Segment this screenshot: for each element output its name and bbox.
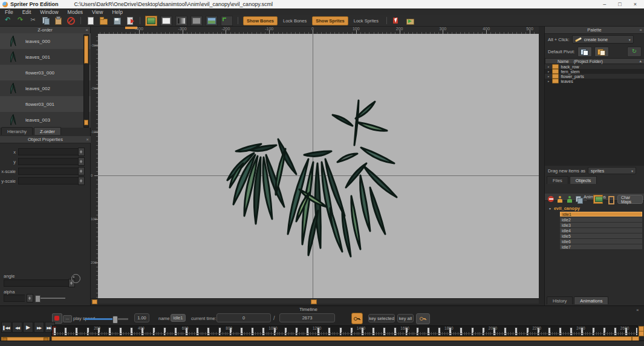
- copy-icon[interactable]: [41, 16, 50, 25]
- x-spinner[interactable]: [78, 148, 85, 156]
- animation-item-idle6[interactable]: idle6: [560, 239, 642, 244]
- pivot-top-left-button[interactable]: [577, 47, 592, 57]
- fit-view-icon[interactable]: [221, 16, 233, 26]
- animation-item-idle1[interactable]: idle1: [560, 212, 642, 217]
- key-selected-button[interactable]: key selected: [368, 314, 395, 322]
- alpha-slider-handle[interactable]: [35, 295, 41, 302]
- export-folder-icon[interactable]: [406, 16, 415, 25]
- close-icon[interactable]: ×: [86, 136, 89, 143]
- key-all-button[interactable]: key all: [397, 314, 414, 322]
- canvas-hscroll[interactable]: [91, 298, 539, 304]
- delete-animation-icon[interactable]: [547, 195, 554, 203]
- current-time-value[interactable]: 0: [216, 313, 271, 322]
- new-file-icon[interactable]: [86, 16, 95, 25]
- caret-open-icon[interactable]: ▼: [548, 207, 551, 211]
- tab-files[interactable]: Files: [547, 176, 568, 184]
- caret-right-icon[interactable]: ▸: [548, 74, 550, 78]
- menu-modes[interactable]: Modes: [67, 9, 85, 15]
- lock-bones-button[interactable]: Lock Bones: [280, 17, 310, 25]
- scrollbar-thumb[interactable]: [84, 36, 88, 64]
- x-scale-input[interactable]: [18, 168, 78, 175]
- refresh-button[interactable]: ↻: [627, 47, 642, 57]
- animation-item-idle4[interactable]: idle4: [560, 228, 642, 233]
- import-icon[interactable]: [126, 16, 135, 25]
- sort-asc-icon[interactable]: ▴: [639, 59, 642, 64]
- delete-icon[interactable]: [67, 16, 76, 25]
- pointer-mode-icon[interactable]: [392, 16, 401, 25]
- angle-input[interactable]: [4, 279, 68, 287]
- lock-sprites-button[interactable]: Lock Sprites: [351, 17, 382, 25]
- canvas-hscroll-box[interactable]: [92, 299, 97, 304]
- animation-item-idle5[interactable]: idle5: [560, 233, 642, 238]
- bg-gradient-button[interactable]: [175, 16, 187, 26]
- new-character-icon[interactable]: [556, 195, 563, 203]
- y-scale-spinner[interactable]: [78, 177, 85, 185]
- key-button[interactable]: [351, 313, 363, 324]
- tab-objects[interactable]: Objects: [570, 176, 597, 184]
- zorder-item[interactable]: flower03_000: [0, 65, 91, 80]
- alpha-spinner[interactable]: [27, 294, 33, 302]
- timeline-ruler[interactable]: 2004006008001000120014001600180020002200…: [51, 325, 638, 336]
- x-scale-spinner[interactable]: [78, 167, 85, 175]
- y-input[interactable]: [18, 158, 78, 165]
- menu-file[interactable]: File: [4, 9, 15, 15]
- paste-icon[interactable]: [54, 16, 63, 25]
- canvas-hscroll-thumb[interactable]: [311, 299, 317, 304]
- show-sprites-button[interactable]: Show Sprites: [312, 16, 348, 25]
- angle-dial[interactable]: [71, 274, 80, 283]
- close-icon[interactable]: ×: [85, 27, 88, 33]
- duplicate-animation-icon[interactable]: [575, 195, 582, 203]
- timeline-marker-box[interactable]: [639, 331, 644, 336]
- caret-right-icon[interactable]: ▸: [548, 79, 550, 83]
- close-button[interactable]: ×: [634, 1, 637, 7]
- play-button[interactable]: ▶: [23, 322, 33, 333]
- zorder-item[interactable]: leaves_001: [0, 49, 91, 65]
- prev-frame-button[interactable]: ◀◀: [12, 322, 22, 333]
- zorder-item[interactable]: leaves_002: [0, 80, 91, 96]
- alpha-slider[interactable]: [35, 298, 65, 299]
- save-icon[interactable]: [112, 16, 122, 25]
- menu-edit[interactable]: Edit: [21, 9, 33, 15]
- tab-hierarchy[interactable]: Hierarchy: [1, 127, 33, 135]
- tree-folder-back_row[interactable]: ▸back_row: [545, 64, 644, 69]
- x-input[interactable]: [18, 148, 78, 155]
- bg-picture-button[interactable]: [206, 16, 218, 26]
- add-animation-icon[interactable]: [566, 195, 573, 203]
- tree-folder-fern_stem[interactable]: ▸fern_stem: [545, 69, 644, 74]
- animation-item-idle7[interactable]: idle7: [560, 244, 642, 249]
- maximize-button[interactable]: □: [618, 1, 621, 7]
- tab-animations[interactable]: Animations: [574, 296, 608, 304]
- zorder-item[interactable]: leaves_003: [0, 112, 91, 128]
- animation-item-idle2[interactable]: idle2: [560, 217, 642, 222]
- show-bones-button[interactable]: Show Bones: [243, 16, 278, 25]
- bg-white-button[interactable]: [160, 16, 172, 26]
- file-tree-header[interactable]: Name (Project Folder) ▴: [545, 58, 644, 64]
- open-folder-icon[interactable]: [99, 16, 108, 25]
- menu-window[interactable]: Window: [39, 9, 59, 15]
- caret-right-icon[interactable]: ▸: [548, 65, 550, 68]
- image-mode-icon[interactable]: [593, 195, 603, 204]
- show-image-button[interactable]: [145, 16, 157, 26]
- tab-z-order[interactable]: Z-order: [34, 127, 61, 135]
- alpha-input[interactable]: [4, 295, 25, 302]
- menu-help[interactable]: Help: [111, 9, 123, 15]
- drag-items-dropdown[interactable]: sprites ▾: [588, 167, 636, 174]
- alt-click-dropdown[interactable]: create bone ▾: [572, 35, 634, 44]
- redo-icon[interactable]: ↷: [16, 16, 25, 25]
- tab-history[interactable]: History: [547, 296, 573, 304]
- scrollbar-box[interactable]: [84, 120, 88, 125]
- skip-start-button[interactable]: ▌◀◀: [1, 322, 11, 333]
- minimize-button[interactable]: –: [603, 1, 606, 7]
- animation-name-value[interactable]: idle1: [171, 314, 186, 322]
- tree-folder-leaves[interactable]: ▸leaves: [545, 79, 644, 83]
- close-icon[interactable]: ×: [636, 307, 639, 313]
- bg-gray-button[interactable]: [190, 16, 203, 26]
- undo-icon[interactable]: ↶: [3, 16, 12, 25]
- menu-view[interactable]: View: [91, 9, 104, 15]
- timeline-more-button[interactable]: ...: [63, 315, 72, 322]
- animation-group-row[interactable]: ▼ evil_canopy: [545, 206, 644, 211]
- play-speed-value[interactable]: 1.00: [134, 313, 149, 322]
- canvas[interactable]: [98, 34, 539, 298]
- duration-value[interactable]: 2673: [279, 313, 335, 322]
- caret-right-icon[interactable]: ▸: [548, 70, 550, 73]
